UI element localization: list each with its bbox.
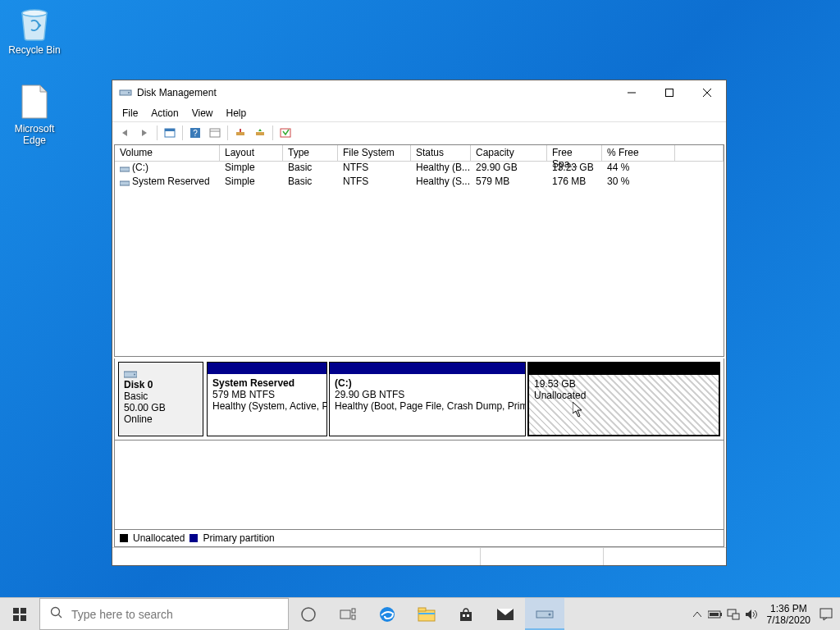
disk-name: Disk 0 [124,379,198,390]
column-header-type[interactable]: Type [283,145,338,162]
maximize-button[interactable] [651,80,688,105]
svg-rect-24 [21,615,26,621]
mail-taskbar-icon[interactable] [486,598,525,630]
svg-point-2 [128,92,130,94]
show-hide-console-button[interactable] [161,124,179,142]
svg-rect-36 [463,614,465,617]
volume-list[interactable]: Volume Layout Type File System Status Ca… [114,144,724,357]
svg-rect-11 [210,129,220,137]
toolbar-button[interactable] [276,124,294,142]
volume-row[interactable]: (C:) Simple Basic NTFS Healthy (B... 29.… [115,162,724,176]
column-header-capacity[interactable]: Capacity [471,145,547,162]
action-center-icon[interactable] [817,598,835,631]
clock-date: 7/18/2020 [767,614,810,626]
toolbar-separator [227,126,228,140]
column-header-filesystem[interactable]: File System [338,145,411,162]
volume-type: Basic [283,176,338,189]
partition-unallocated[interactable]: 19.53 GB Unallocated [527,362,720,436]
tray-chevron-up-icon[interactable] [688,598,706,631]
column-header-pctfree[interactable]: % Free [602,145,675,162]
taskbar-apps [289,598,564,630]
window-title: Disk Management [137,87,613,98]
settings-button[interactable] [206,124,224,142]
search-icon [50,606,63,622]
svg-rect-13 [236,132,244,135]
back-button[interactable] [116,124,134,142]
cortana-button[interactable] [289,598,328,630]
desktop-icon-recycle-bin[interactable]: Recycle Bin [3,3,66,56]
file-explorer-taskbar-icon[interactable] [407,598,446,630]
menu-file[interactable]: File [116,107,144,120]
menu-action[interactable]: Action [144,107,185,120]
legend-swatch-primary [189,534,198,542]
svg-rect-30 [352,615,355,619]
disk-management-taskbar-icon[interactable] [525,598,564,630]
start-button[interactable] [0,598,39,630]
desktop-icon-edge[interactable]: Microsoft Edge [3,82,66,146]
legend: Unallocated Primary partition [114,530,724,547]
tray-battery-icon[interactable] [706,598,724,631]
tray-network-icon[interactable] [724,598,742,631]
tray-volume-icon[interactable] [742,598,760,631]
taskview-button[interactable] [328,598,368,630]
toolbar-button[interactable] [231,124,249,142]
help-button[interactable]: ? [186,124,204,142]
volume-layout: Simple [220,176,283,189]
close-button[interactable] [688,80,726,105]
volume-list-header: Volume Layout Type File System Status Ca… [115,145,724,162]
volume-row[interactable]: System Reserved Simple Basic NTFS Health… [115,176,724,189]
forward-button[interactable] [135,124,153,142]
partition-stripe [330,363,525,374]
drive-icon [120,178,130,186]
titlebar[interactable]: Disk Management [112,80,726,105]
recycle-bin-icon [15,3,54,43]
svg-point-40 [549,613,551,615]
svg-rect-8 [165,129,175,131]
edge-taskbar-icon[interactable] [368,598,407,630]
volume-name: (C:) [132,162,148,173]
legend-label: Primary partition [203,532,274,544]
svg-rect-33 [418,608,426,611]
svg-rect-21 [13,608,19,614]
taskbar-search[interactable]: Type here to search [39,598,289,630]
menu-view[interactable]: View [185,107,220,120]
volume-free: 176 MB [547,176,602,189]
column-header-volume[interactable]: Volume [115,145,220,162]
disk-type: Basic [124,390,148,402]
taskbar-clock[interactable]: 1:36 PM 7/18/2020 [760,603,817,626]
svg-rect-46 [820,609,832,618]
partition-status: Healthy (Boot, Page File, Crash Dump, Pr… [335,400,525,412]
svg-rect-22 [21,608,26,614]
volume-name: System Reserved [132,176,210,187]
svg-rect-43 [710,613,719,616]
column-header-layout[interactable]: Layout [220,145,283,162]
svg-point-25 [52,608,60,616]
volume-type: Basic [283,162,338,176]
partition-c[interactable]: (C:) 29.90 GB NTFS Healthy (Boot, Page F… [329,362,526,436]
taskbar: Type here to search 1:36 PM 7/18/2020 [0,597,840,630]
partition-size: 29.90 GB NTFS [335,389,404,400]
column-header-freespace[interactable]: Free Spa... [547,145,602,162]
disk-management-icon [119,86,132,99]
column-header-empty[interactable] [675,145,724,162]
volume-status: Healthy (S... [411,176,471,189]
partition-size: 19.53 GB [534,378,576,390]
disk-info[interactable]: Disk 0 Basic 50.00 GB Online [118,362,203,436]
menubar: File Action View Help [112,105,726,121]
system-tray: 1:36 PM 7/18/2020 [688,598,840,630]
partition-system-reserved[interactable]: System Reserved 579 MB NTFS Healthy (Sys… [207,362,327,436]
volume-capacity: 579 MB [471,176,547,189]
disk-map: Disk 0 Basic 50.00 GB Online System Rese… [114,358,724,441]
partition-size: 579 MB NTFS [212,389,275,400]
column-header-status[interactable]: Status [411,145,471,162]
volume-fs: NTFS [338,176,411,189]
store-taskbar-icon[interactable] [446,598,486,630]
svg-rect-17 [120,167,130,171]
svg-rect-14 [240,129,241,132]
volume-capacity: 29.90 GB [471,162,547,176]
menu-help[interactable]: Help [220,107,253,120]
partition-status: Unallocated [534,390,586,401]
svg-rect-42 [720,613,722,616]
toolbar-button[interactable] [251,124,269,142]
minimize-button[interactable] [613,80,651,105]
